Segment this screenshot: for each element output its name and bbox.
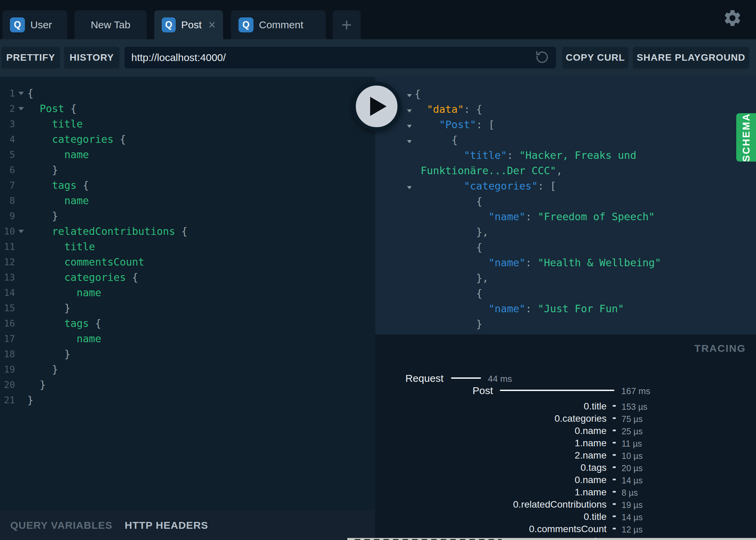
code-text: { [415, 241, 482, 253]
line-number: 18 [0, 346, 15, 362]
fold-arrow-icon[interactable] [407, 186, 412, 189]
editor-line[interactable]: 8 name [0, 193, 375, 208]
line-number: 14 [0, 285, 15, 300]
query-badge: Q [238, 17, 253, 32]
tab-user[interactable]: Q User [2, 10, 67, 39]
execute-query-button[interactable] [352, 82, 401, 131]
line-number: 11 [0, 239, 15, 254]
plus-icon: + [341, 15, 352, 35]
query-editor[interactable]: 1{2 Post {3 title4 categories {5 name6 }… [0, 77, 375, 510]
tab-label: User [30, 19, 52, 31]
code-text: name [27, 149, 89, 161]
bottom-cutoff-strip [347, 538, 756, 540]
close-icon[interactable]: × [208, 19, 216, 31]
fold-slot [404, 178, 415, 194]
reload-icon[interactable] [534, 50, 549, 65]
response-line: } [404, 316, 756, 332]
code-token: categories [64, 271, 126, 283]
editor-line[interactable]: 14 name [0, 285, 375, 300]
editor-line[interactable]: 4 categories { [0, 132, 375, 147]
indent [27, 241, 64, 253]
copy-curl-button[interactable]: COPY CURL [562, 47, 628, 69]
fold-slot [404, 132, 415, 148]
indent [415, 211, 489, 223]
editor-line[interactable]: 12 commentsCount [0, 254, 375, 270]
code-text: } [27, 210, 58, 222]
fold-arrow-icon[interactable] [407, 94, 412, 97]
tracing-span-bar [451, 377, 481, 379]
code-token: { [175, 225, 187, 237]
indent [27, 348, 64, 360]
code-token: name [77, 287, 101, 299]
query-variables-tab[interactable]: QUERY VARIABLES [10, 520, 113, 531]
indent [27, 256, 64, 268]
editor-line[interactable]: 19 } [0, 362, 375, 377]
code-token: "categories" [464, 180, 538, 192]
fold-arrow-icon[interactable] [18, 230, 24, 233]
editor-line[interactable]: 6 } [0, 162, 375, 178]
code-token: { [27, 87, 33, 99]
tracing-resolver-bar [613, 479, 616, 480]
http-headers-tab[interactable]: HTTP HEADERS [125, 520, 208, 531]
editor-line[interactable]: 20 } [0, 377, 375, 392]
add-tab-button[interactable]: + [333, 10, 361, 39]
fold-arrow-icon[interactable] [18, 107, 24, 110]
indent [415, 165, 421, 177]
code-token: } [40, 379, 46, 391]
code-token: categories [52, 133, 114, 145]
code-token: { [126, 271, 138, 283]
editor-line[interactable]: 5 name [0, 147, 375, 162]
editor-line[interactable]: 2 Post { [0, 101, 375, 116]
tab-new-tab[interactable]: New Tab [74, 10, 147, 39]
schema-tab-button[interactable]: SCHEMA [736, 113, 756, 162]
code-token: title [52, 118, 83, 130]
editor-line[interactable]: 10 relatedContributions { [0, 224, 375, 239]
editor-line[interactable]: 21} [0, 392, 375, 408]
code-text: "name": "Just For Fun" [415, 303, 624, 315]
line-number: 16 [0, 316, 15, 331]
endpoint-url: http://localhost:4000/ [131, 52, 534, 63]
editor-line[interactable]: 15 } [0, 300, 375, 316]
tracing-resolver-time: 11 µs [622, 439, 642, 449]
prettify-button[interactable]: PRETTIFY [1, 47, 60, 69]
code-text: "Post": [ [415, 119, 495, 131]
editor-line[interactable]: 7 tags { [0, 178, 375, 193]
editor-line[interactable]: 16 tags { [0, 316, 375, 331]
share-playground-button[interactable]: SHARE PLAYGROUND [633, 47, 749, 69]
editor-line[interactable]: 9 } [0, 208, 375, 224]
fold-arrow-icon[interactable] [407, 140, 412, 143]
code-text: Funktionäre...Der CCC", [415, 165, 562, 177]
tracing-resolver-label: 1.name [375, 438, 607, 449]
line-number: 3 [0, 116, 15, 132]
tracing-resolver-label: 0.commentsCount [375, 524, 607, 535]
line-number: 6 [0, 162, 15, 178]
code-text: } [415, 318, 482, 330]
line-number: 13 [0, 270, 15, 285]
editor-line[interactable]: 1{ [0, 86, 375, 101]
tracing-span-label: Request [405, 373, 444, 384]
editor-line[interactable]: 3 title [0, 116, 375, 132]
settings-gear-icon[interactable] [723, 8, 742, 28]
fold-arrow-icon[interactable] [407, 109, 412, 112]
code-token: name [64, 149, 89, 161]
response-line: "Post": [ [404, 117, 756, 132]
tab-post[interactable]: Q Post × [154, 10, 223, 39]
fold-arrow-icon[interactable] [18, 92, 24, 95]
response-line: { [404, 194, 756, 209]
editor-line[interactable]: 13 categories { [0, 270, 375, 285]
history-button[interactable]: HISTORY [64, 47, 119, 69]
code-token: : [ [538, 180, 556, 192]
tracing-span-row: Request44 ms [375, 372, 756, 384]
fold-arrow-icon[interactable] [407, 125, 412, 128]
editor-line[interactable]: 11 title [0, 239, 375, 254]
editor-line[interactable]: 18 } [0, 346, 375, 362]
indent [27, 210, 52, 222]
endpoint-url-input[interactable]: http://localhost:4000/ [125, 47, 556, 69]
code-text: categories { [27, 271, 138, 283]
line-number: 2 [0, 101, 15, 116]
response-line: { [404, 286, 756, 301]
code-text: "title": "Hacker, Freaks und [415, 149, 636, 161]
query-badge: Q [10, 17, 25, 32]
editor-line[interactable]: 17 name [0, 331, 375, 346]
tab-comment[interactable]: Q Comment [231, 10, 326, 39]
